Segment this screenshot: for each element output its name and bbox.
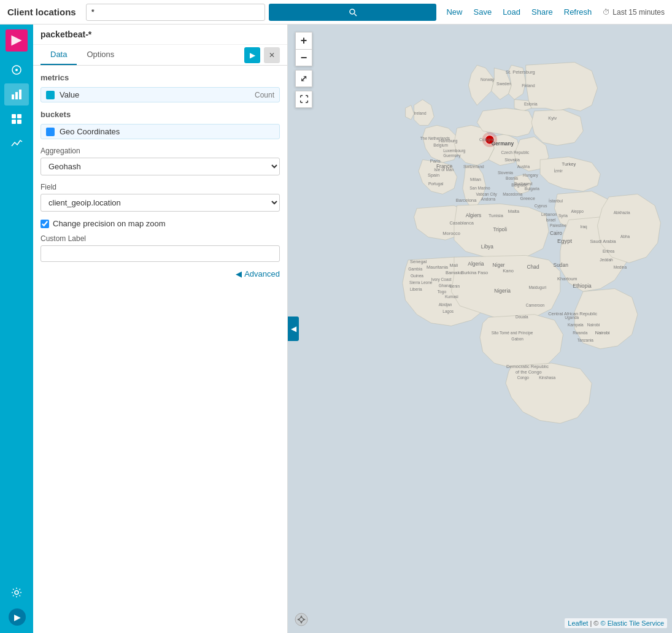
- map-controls: + − ⤢ ⛶: [295, 32, 312, 108]
- share-button[interactable]: Share: [531, 7, 553, 17]
- precision-checkbox[interactable]: [41, 220, 49, 228]
- sidebar-item-dashboard[interactable]: [4, 108, 29, 130]
- search-button[interactable]: [269, 4, 437, 21]
- fullscreen-button[interactable]: ⛶: [295, 91, 312, 108]
- map-label-niger: Niger: [493, 262, 505, 268]
- discover-icon: [10, 64, 23, 76]
- run-button[interactable]: ▶: [244, 47, 260, 63]
- map-label-andorra: Andorra: [481, 197, 496, 201]
- panel-body: metrics Value Count buckets Geo Coordina…: [33, 66, 287, 286]
- map-label-israel: Israel: [546, 218, 556, 222]
- settings-icon: [10, 586, 23, 599]
- svg-point-0: [350, 9, 355, 14]
- map-label-abha: Abha: [620, 234, 630, 239]
- app-logo[interactable]: [6, 29, 28, 52]
- advanced-chevron-icon: ◀: [236, 269, 242, 278]
- metrics-section-title: metrics: [41, 73, 280, 82]
- map-label-liberia: Liberia: [410, 287, 422, 291]
- bucket-row[interactable]: Geo Coordinates: [41, 124, 280, 139]
- refresh-button[interactable]: Refresh: [564, 7, 592, 17]
- map-label-croatia: Bosnia: [506, 176, 518, 180]
- map-label-kenya: Nairobi: [595, 330, 610, 336]
- map-label-barcelona: Barcelona: [456, 198, 477, 203]
- map-label-iraq: Iraq: [581, 224, 588, 229]
- map-label-algeria: Algiers: [466, 212, 482, 218]
- map-label-togo: Togo: [438, 290, 447, 294]
- map-label-lebanon: Lebanon: [541, 212, 557, 217]
- map-label-sudan: Sudan: [554, 262, 569, 268]
- tab-options[interactable]: Options: [77, 45, 124, 65]
- map-label-tripoli: Tripoli: [493, 226, 507, 232]
- map-label-maiduguri: Maiduguri: [528, 285, 546, 290]
- map-label-france2: France: [436, 163, 452, 169]
- load-button[interactable]: Load: [503, 7, 520, 17]
- save-button[interactable]: Save: [473, 7, 492, 17]
- search-bar: [86, 4, 437, 21]
- map-label-turkey: Turkey: [562, 161, 576, 167]
- index-pattern-name: packetbeat-*: [41, 29, 91, 39]
- zoom-out-button[interactable]: −: [295, 49, 312, 66]
- map-label-ivorycoast: Ivory Coast: [431, 277, 452, 282]
- play-button[interactable]: ▶: [9, 608, 26, 626]
- map-label-russia: St. Petersburg: [506, 69, 535, 75]
- map-label-switzerland: Switzerland: [463, 164, 484, 169]
- map-label-istanbul: İzmir: [554, 168, 563, 173]
- map-label-kumasi: Kumasi: [445, 294, 458, 299]
- panel-toggle-button[interactable]: ◀: [288, 316, 299, 341]
- map-label-ireland: Ireland: [414, 111, 427, 115]
- leaflet-link[interactable]: Leaflet: [568, 620, 588, 627]
- field-select[interactable]: client_geoip.location: [41, 194, 280, 212]
- map-nav-arrow[interactable]: [294, 612, 309, 627]
- sidebar-item-discover[interactable]: [4, 59, 29, 81]
- tab-data[interactable]: Data: [41, 45, 77, 65]
- aggregation-section: Aggregation Geohash: [41, 147, 280, 175]
- cancel-button[interactable]: ✕: [264, 47, 280, 63]
- metrics-row[interactable]: Value Count: [41, 87, 280, 102]
- time-picker[interactable]: ⏱ Last 15 minutes: [603, 8, 665, 17]
- sidebar-item-settings[interactable]: [4, 581, 29, 604]
- map-label-gabon: Gabon: [511, 337, 523, 341]
- map-label-congo3: Congo: [517, 375, 530, 380]
- map-label-medina: Medina: [614, 265, 627, 269]
- svg-rect-5: [12, 94, 14, 99]
- custom-label-section: Custom Label: [41, 234, 280, 262]
- map-label-tunisia: Tunisia: [489, 213, 504, 218]
- panel-index: packetbeat-*: [33, 25, 287, 45]
- panel-tab-actions: ▶ ✕: [244, 45, 280, 65]
- map-attribution: Leaflet | © © Elastic Tile Service: [565, 618, 667, 628]
- map-label-kano: Kano: [503, 268, 513, 274]
- search-icon: [349, 8, 357, 17]
- map-label-germany: Germany: [492, 140, 514, 147]
- aggregation-label: Aggregation: [41, 147, 280, 155]
- tile-service-link[interactable]: © Elastic Tile Service: [601, 620, 664, 627]
- buckets-section: buckets Geo Coordinates: [41, 110, 280, 139]
- field-section: Field client_geoip.location: [41, 183, 280, 212]
- svg-rect-11: [17, 120, 21, 124]
- sidebar-item-visualize[interactable]: [4, 83, 29, 106]
- search-input[interactable]: [86, 4, 265, 21]
- svg-rect-9: [17, 114, 21, 118]
- precision-checkbox-row: Change precision on map zoom: [41, 219, 280, 228]
- map-label-accra: Lagos: [442, 309, 454, 314]
- map-label-guinea: Guinea: [411, 274, 423, 278]
- kibana-logo-icon: [9, 33, 24, 48]
- map-label-ethiopia: Ethiopia: [573, 283, 592, 289]
- custom-label-input[interactable]: [41, 245, 280, 262]
- zoom-in-button[interactable]: +: [295, 32, 312, 49]
- map-label-gambia: Gambia: [408, 267, 422, 271]
- new-button[interactable]: New: [446, 7, 462, 17]
- precision-checkbox-label[interactable]: Change precision on map zoom: [53, 219, 166, 228]
- map-label-palestine: Palestine: [550, 223, 566, 228]
- aggregation-select[interactable]: Geohash: [41, 158, 280, 175]
- map-label-benin: Benin: [449, 284, 460, 288]
- map-label-chad: Chad: [527, 264, 539, 270]
- fit-bounds-button[interactable]: ⤢: [295, 70, 312, 87]
- map-label-khartoum: Khartoum: [557, 276, 577, 282]
- map-label-saudiarabia: Saudi Arabia: [590, 239, 616, 244]
- map-label-slovenia: Slovenia: [498, 171, 513, 175]
- sidebar-item-timelion[interactable]: [4, 132, 29, 155]
- advanced-link[interactable]: ◀ Advanced: [41, 269, 280, 278]
- dashboard-icon: [10, 113, 23, 125]
- map-label-austria: Austria: [517, 164, 530, 169]
- map-label-cairo: Cairo: [550, 230, 562, 236]
